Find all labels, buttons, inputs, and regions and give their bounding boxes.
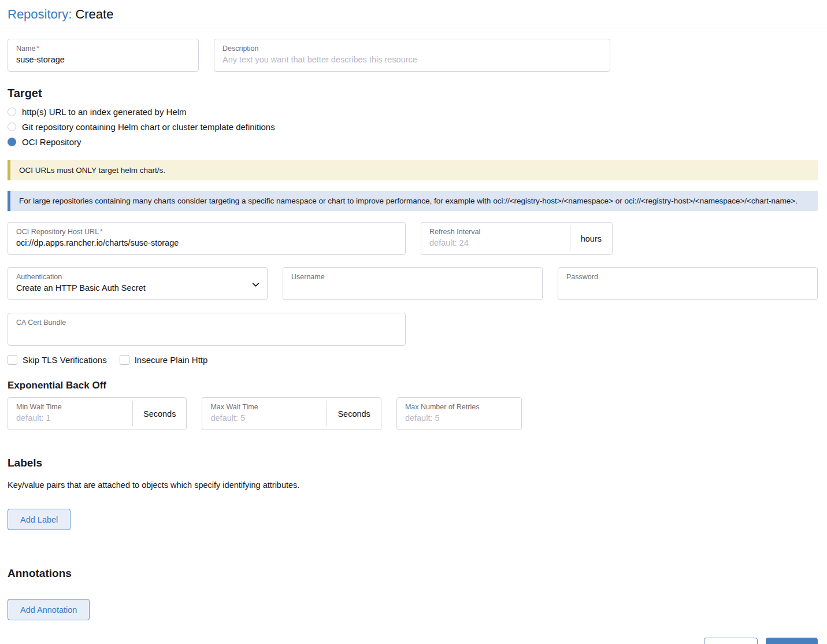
basics-row: Name* Description: [8, 39, 818, 72]
username-label: Username: [291, 273, 534, 281]
max-wait-label: Max Wait Time: [210, 403, 318, 411]
refresh-interval-label: Refresh Interval: [429, 228, 562, 236]
description-label: Description: [222, 45, 602, 53]
oci-host-url-label: OCI Repository Host URL*: [16, 228, 397, 236]
min-wait-field[interactable]: Min Wait Time Seconds: [8, 397, 187, 430]
target-option-oci[interactable]: OCI Repository: [8, 137, 818, 147]
skip-tls-label: Skip TLS Verifications: [23, 355, 107, 365]
footer-actions: Cancel Create: [0, 634, 827, 644]
chevron-down-icon: [252, 280, 259, 291]
password-label: Password: [566, 273, 809, 281]
password-field[interactable]: Password: [558, 267, 818, 300]
annotations-heading: Annotations: [8, 567, 818, 580]
page-title: Repository: Create: [8, 7, 827, 22]
page-header: Repository: Create: [0, 0, 827, 28]
min-wait-label: Min Wait Time: [16, 403, 124, 411]
target-option-git[interactable]: Git repository containing Helm chart or …: [8, 122, 818, 132]
checkbox-icon[interactable]: [8, 355, 17, 365]
radio-icon-http[interactable]: [8, 108, 16, 116]
ca-cert-input[interactable]: [16, 328, 397, 338]
warning-banner: OCI URLs must ONLY target helm chart/s.: [8, 160, 818, 180]
name-input[interactable]: [16, 55, 190, 64]
name-field[interactable]: Name*: [8, 39, 199, 72]
repository-create-page: Repository: Create Name* Description Tar…: [0, 0, 827, 644]
description-field[interactable]: Description: [214, 39, 610, 72]
page-title-action: Create: [75, 7, 113, 21]
description-input[interactable]: [222, 55, 602, 64]
refresh-interval-field[interactable]: Refresh Interval hours: [421, 222, 613, 255]
oci-host-url-field[interactable]: OCI Repository Host URL*: [8, 222, 406, 255]
target-option-http-label: http(s) URL to an index generated by Hel…: [22, 107, 187, 117]
ca-cert-label: CA Cert Bundle: [16, 319, 397, 327]
backoff-row: Min Wait Time Seconds Max Wait Time Seco…: [8, 397, 818, 430]
insecure-http-label: Insecure Plain Http: [135, 355, 208, 365]
max-wait-field[interactable]: Max Wait Time Seconds: [202, 397, 381, 430]
oci-row: OCI Repository Host URL* Refresh Interva…: [8, 222, 818, 255]
skip-tls-checkbox[interactable]: Skip TLS Verifications: [8, 355, 107, 365]
auth-row: Authentication Create an HTTP Basic Auth…: [8, 267, 818, 300]
name-label: Name*: [16, 45, 190, 53]
labels-heading: Labels: [8, 457, 818, 469]
radio-icon-oci-selected[interactable]: [8, 138, 16, 146]
authentication-value: Create an HTTP Basic Auth Secret: [16, 283, 146, 293]
insecure-http-checkbox[interactable]: Insecure Plain Http: [120, 355, 208, 365]
authentication-label: Authentication: [16, 273, 259, 281]
max-retries-field[interactable]: Max Number of Retries: [396, 397, 522, 430]
target-option-oci-label: OCI Repository: [22, 137, 81, 147]
target-option-git-label: Git repository containing Helm chart or …: [22, 122, 275, 132]
username-input[interactable]: [291, 283, 534, 293]
cancel-button[interactable]: Cancel: [704, 638, 758, 644]
page-title-resource: Repository:: [8, 7, 72, 21]
required-asterisk: *: [36, 45, 39, 53]
max-retries-label: Max Number of Retries: [405, 403, 513, 411]
target-heading: Target: [8, 87, 818, 100]
create-button[interactable]: Create: [766, 638, 818, 644]
target-option-http[interactable]: http(s) URL to an index generated by Hel…: [8, 107, 818, 117]
refresh-interval-input[interactable]: [429, 238, 562, 247]
checkbox-icon[interactable]: [120, 355, 129, 365]
authentication-select[interactable]: Authentication Create an HTTP Basic Auth…: [8, 267, 268, 300]
add-label-button[interactable]: Add Label: [8, 509, 71, 530]
min-wait-unit: Seconds: [132, 401, 186, 426]
oci-host-url-input[interactable]: [16, 238, 397, 247]
add-annotation-button[interactable]: Add Annotation: [8, 599, 90, 620]
password-input[interactable]: [566, 283, 809, 293]
ca-cert-field[interactable]: CA Cert Bundle: [8, 313, 406, 346]
labels-description: Key/value pairs that are attached to obj…: [8, 480, 818, 490]
max-retries-input[interactable]: [405, 413, 513, 423]
backoff-heading: Exponential Back Off: [8, 380, 818, 391]
username-field[interactable]: Username: [283, 267, 543, 300]
max-wait-input[interactable]: [210, 413, 318, 423]
required-asterisk: *: [100, 228, 103, 236]
min-wait-input[interactable]: [16, 413, 124, 423]
info-banner: For large repositories containing many c…: [8, 191, 818, 211]
max-wait-unit: Seconds: [327, 401, 380, 426]
tls-options-row: Skip TLS Verifications Insecure Plain Ht…: [8, 355, 818, 365]
refresh-interval-unit: hours: [570, 226, 612, 251]
radio-icon-git[interactable]: [8, 123, 16, 131]
